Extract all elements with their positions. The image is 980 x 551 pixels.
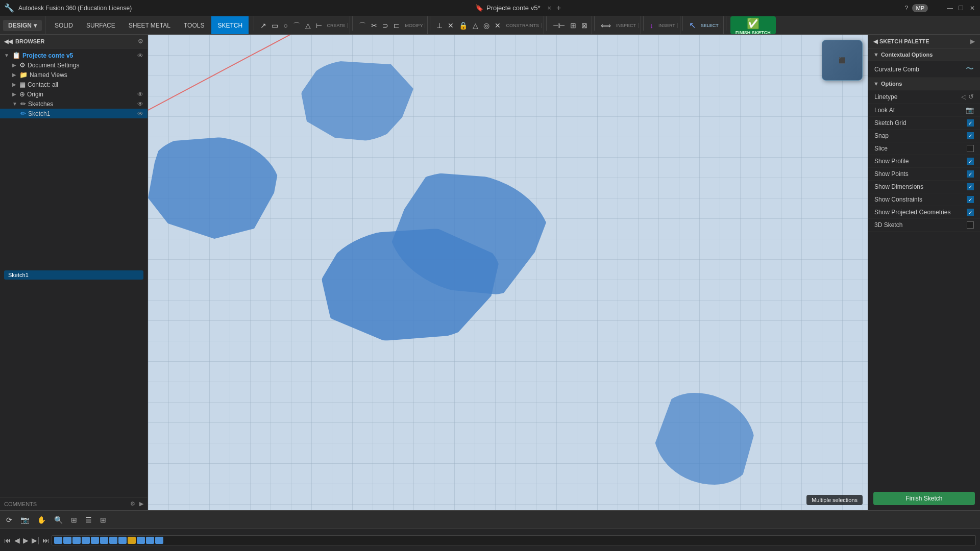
tab-sheetmetal[interactable]: SHEET METAL — [122, 16, 177, 34]
tl-first-btn[interactable]: ⏮ — [4, 536, 11, 544]
3d-sketch-checkbox[interactable] — [967, 221, 974, 229]
show-projected-checkbox[interactable]: ✓ — [967, 209, 974, 216]
eye-icon-project[interactable]: 👁 — [137, 52, 143, 59]
help-btn[interactable]: ? — [904, 4, 908, 12]
tree-item-sketch1[interactable]: ✏ Sketch1 👁 — [0, 109, 148, 118]
project-tool[interactable]: ⊠ — [579, 21, 590, 30]
look-btn[interactable]: 📷 — [18, 515, 31, 525]
pan-btn[interactable]: ✋ — [35, 515, 48, 525]
tl-next-btn[interactable]: ▶| — [32, 536, 39, 544]
circle-tool[interactable]: ○ — [281, 21, 289, 30]
close-btn[interactable]: ✕ — [969, 5, 976, 12]
select-tool[interactable]: ↖ — [687, 20, 698, 31]
trim-tool[interactable]: ✂ — [369, 21, 379, 30]
tl-play-btn[interactable]: ▶ — [23, 536, 29, 544]
tab-sketch[interactable]: SKETCH — [211, 16, 249, 34]
eye-icon-origin[interactable]: 👁 — [137, 91, 143, 98]
maximize-btn[interactable]: ☐ — [958, 5, 965, 12]
extend-tool[interactable]: ⊃ — [380, 21, 390, 30]
tree-label-sketch1: Sketch1 — [28, 110, 50, 117]
show-projected-row[interactable]: Show Projected Geometries ✓ — [868, 206, 980, 219]
offset-tool[interactable]: ⊏ — [391, 21, 402, 30]
mirror-tool[interactable]: ⊣⊢ — [551, 21, 567, 30]
linetype-row[interactable]: Linetype ◁ ↺ — [868, 90, 980, 104]
insert-tool[interactable]: ↓ — [648, 21, 655, 30]
slice-row[interactable]: Slice — [868, 142, 980, 155]
contextual-options-header[interactable]: ▼ Contextual Options — [868, 48, 980, 61]
finish-sketch-btn[interactable]: Finish Sketch — [873, 492, 975, 505]
curvature-comb-row[interactable]: Curvature Comb 〜 — [868, 61, 980, 78]
display-settings-btn[interactable]: ☰ — [83, 515, 94, 525]
collinear-constraint[interactable]: ✕ — [446, 21, 456, 30]
tab-tools[interactable]: TOOLS — [178, 16, 210, 34]
tree-item-contact[interactable]: ▶ ▦ Contact: all — [0, 80, 148, 89]
tab-surface[interactable]: SURFACE — [80, 16, 121, 34]
show-dimensions-checkbox[interactable]: ✓ — [967, 183, 974, 190]
options-header[interactable]: ▼ Options — [868, 78, 980, 90]
show-constraints-label: Show Constraints — [874, 196, 922, 203]
rectangle-tool[interactable]: ▭ — [270, 21, 280, 30]
spline-tool[interactable]: ⌒ — [291, 21, 302, 30]
grid-btn[interactable]: ⊞ — [98, 515, 108, 525]
tree-item-project[interactable]: ▼ 📋 Projecte conte v5 👁 — [0, 51, 148, 60]
show-constraints-row[interactable]: Show Constraints ✓ — [868, 193, 980, 206]
slice-checkbox[interactable] — [967, 145, 974, 152]
tree-arrow-docsettings: ▶ — [12, 62, 16, 68]
eye-icon-sketches[interactable]: 👁 — [137, 101, 143, 108]
tl-prev-btn[interactable]: ◀ — [14, 536, 20, 544]
concentric-constraint[interactable]: ◎ — [481, 21, 492, 30]
coincident-constraint[interactable]: ⊥ — [434, 21, 445, 30]
sketch-grid-checkbox[interactable]: ✓ — [967, 119, 974, 127]
lock-constraint[interactable]: 🔒 — [457, 21, 470, 30]
show-points-row[interactable]: Show Points ✓ — [868, 168, 980, 181]
tree-label-sketches: Sketches — [28, 101, 53, 108]
eye-icon-sketch1[interactable]: 👁 — [137, 110, 143, 117]
linetype-icon[interactable]: ◁ ↺ — [961, 93, 974, 101]
zoom-btn[interactable]: 🔍 — [52, 515, 65, 525]
palette-expand-icon[interactable]: ▶ — [970, 38, 975, 45]
line-tool[interactable]: ↗ — [258, 21, 268, 30]
tree-item-origin[interactable]: ▶ ⊕ Origin 👁 — [0, 89, 148, 99]
fit-btn[interactable]: ⊞ — [69, 515, 79, 525]
browser-collapse-icon[interactable]: ◀◀ — [4, 38, 12, 45]
browser-settings-icon[interactable]: ⚙ — [138, 38, 143, 45]
polygon-tool[interactable]: △ — [303, 21, 313, 30]
viewcube[interactable]: ⬛ — [822, 40, 863, 81]
tree-item-docsettings[interactable]: ▶ ⚙ Document Settings — [0, 60, 148, 70]
comments-expand-icon[interactable]: ▶ — [139, 500, 143, 507]
canvas-area[interactable]: ⬛ Multiple selections — [148, 35, 868, 510]
measure-tool[interactable]: ⟺ — [599, 21, 613, 30]
sketch-grid-row[interactable]: Sketch Grid ✓ — [868, 117, 980, 130]
snap-row[interactable]: Snap ✓ — [868, 130, 980, 142]
tab-solid[interactable]: SOLID — [48, 16, 79, 34]
pattern-tool[interactable]: ⊞ — [568, 21, 578, 30]
show-dimensions-row[interactable]: Show Dimensions ✓ — [868, 181, 980, 193]
app-name: Autodesk Fusion 360 (Education License) — [18, 5, 132, 12]
tree-item-namedviews[interactable]: ▶ 📁 Named Views — [0, 70, 148, 80]
palette-header: ◀ SKETCH PALETTE ▶ — [868, 35, 980, 48]
equal-constraint[interactable]: ✕ — [493, 21, 503, 30]
tl-last-btn[interactable]: ⏭ — [42, 536, 50, 544]
show-profile-row[interactable]: Show Profile ✓ — [868, 155, 980, 168]
new-tab-btn[interactable]: + — [556, 4, 561, 13]
tangent-constraint[interactable]: △ — [471, 21, 480, 30]
lookat-icon[interactable]: 📷 — [966, 106, 974, 114]
show-constraints-checkbox[interactable]: ✓ — [967, 196, 974, 203]
palette-collapse-icon[interactable]: ◀ — [873, 38, 877, 45]
fillet-tool[interactable]: ⌒ — [357, 21, 368, 30]
lookat-row[interactable]: Look At 📷 — [868, 104, 980, 117]
tree-icon-namedviews: 📁 — [19, 71, 28, 79]
finish-sketch-ribbon-btn[interactable]: ✅ FINISH SKETCH — [730, 16, 776, 34]
close-tab-btn[interactable]: × — [547, 4, 551, 12]
comments-settings-icon[interactable]: ⚙ — [130, 500, 135, 507]
snap-checkbox[interactable]: ✓ — [967, 132, 974, 139]
show-points-checkbox[interactable]: ✓ — [967, 170, 974, 178]
tree-item-sketches[interactable]: ▼ ✏ Sketches 👁 — [0, 99, 148, 109]
minimize-btn[interactable]: — — [946, 5, 953, 12]
3d-sketch-row[interactable]: 3D Sketch — [868, 219, 980, 232]
show-profile-checkbox[interactable]: ✓ — [967, 158, 974, 165]
orbit-btn[interactable]: ⟳ — [4, 515, 14, 525]
user-badge[interactable]: MP — [912, 4, 928, 12]
text-tool[interactable]: ⊢ — [314, 21, 324, 30]
design-button[interactable]: DESIGN ▾ — [3, 20, 42, 31]
